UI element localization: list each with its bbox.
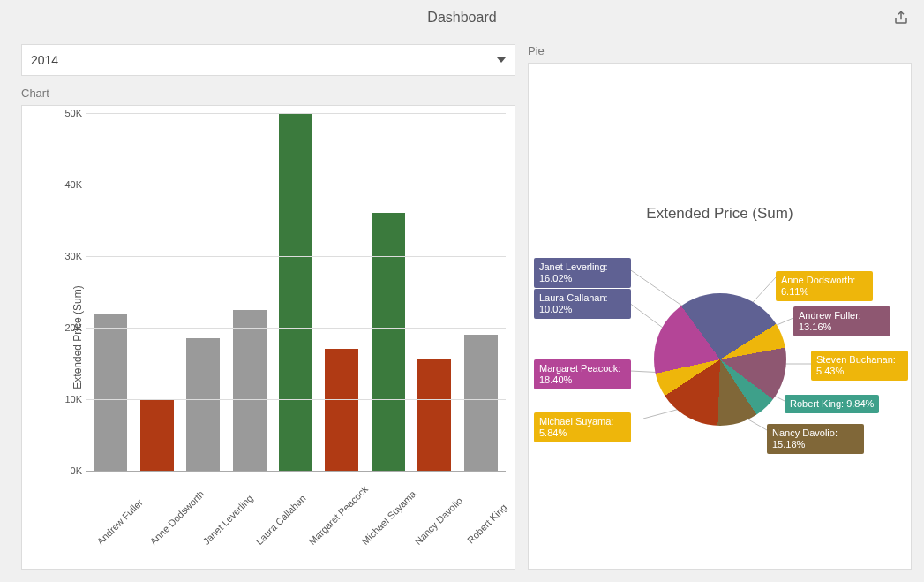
header: Dashboard [0,0,924,35]
bar-chart-card: Extended Price (Sum) 0K10K20K30K40K50K A… [21,105,515,570]
y-tick: 0K [52,465,82,476]
bar[interactable] [279,113,312,471]
y-tick: 20K [52,322,82,333]
pie-callout: Michael Suyama: 5.84% [534,412,631,442]
pie-callout: Margaret Peacock: 18.40% [534,359,631,389]
grid-line [86,256,506,257]
export-button[interactable] [890,7,912,28]
pie-chart [654,293,786,426]
grid-line [86,113,506,114]
grid-line [86,328,506,329]
pie-wrap: Janet Leverling: 16.02%Laura Callahan: 1… [529,240,911,569]
bar[interactable] [325,349,358,471]
bar[interactable] [372,213,405,471]
pie-callout: Laura Callahan: 10.02% [534,289,631,319]
pie-title: Extended Price (Sum) [529,205,911,223]
bar-section-label: Chart [21,87,515,100]
bar-chart: Extended Price (Sum) 0K10K20K30K40K50K A… [22,106,515,569]
bar[interactable] [417,359,451,471]
bar[interactable] [186,338,220,471]
bar[interactable] [140,399,174,471]
pie-callout: Robert King: 9.84% [785,395,879,413]
bar[interactable] [94,314,127,471]
x-labels: Andrew FullerAnne DodsworthJanet Leverli… [86,476,506,569]
y-tick: 40K [52,179,82,190]
year-dropdown-value: 2014 [31,53,58,67]
pie-callout: Janet Leverling: 16.02% [534,258,631,288]
pie-callout: Nancy Davolio: 15.18% [767,424,864,454]
year-dropdown[interactable]: 2014 [21,44,515,76]
pie-callout: Andrew Fuller: 13.16% [793,306,890,336]
grid-line [86,399,506,400]
left-panel: 2014 Chart Extended Price (Sum) 0K10K20K… [21,44,515,570]
y-tick: 30K [52,251,82,261]
y-axis-label: Extended Price (Sum) [71,285,84,389]
body: 2014 Chart Extended Price (Sum) 0K10K20K… [0,35,924,582]
page-title: Dashboard [427,10,496,26]
y-tick: 50K [52,108,82,118]
pie-chart-card: Extended Price (Sum) Janet Leverling: 16… [528,63,912,570]
pie-callout: Anne Dodsworth: 6.11% [776,271,873,301]
export-icon [893,10,909,26]
bars-row [86,113,506,471]
grid-line [86,185,506,185]
svg-line-0 [626,267,683,306]
bar-plot-area: 0K10K20K30K40K50K [86,113,506,472]
bar[interactable] [464,335,498,471]
y-tick: 10K [52,394,82,404]
bar[interactable] [233,310,267,471]
dashboard-page: Dashboard 2014 Chart Extended Price (Sum… [0,0,924,582]
right-panel: Pie Extended Price (Sum) Janet Leverling… [528,44,912,570]
pie-callout: Steven Buchanan: 5.43% [811,351,908,381]
chevron-down-icon [497,57,506,63]
pie-section-label: Pie [528,44,912,57]
